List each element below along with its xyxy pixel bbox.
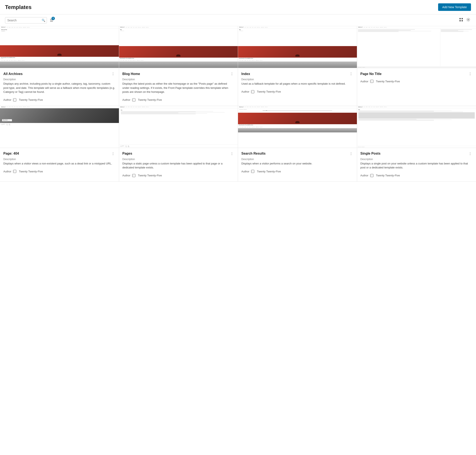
template-info-search-results: Search Results⋮DescriptionDisplays when … xyxy=(238,148,357,173)
author-row-page-no-title: Author Twenty Twenty-Five xyxy=(360,78,473,83)
template-card-single-posts: WordPress 6.7AboutCareersContactHomePric… xyxy=(357,106,476,182)
template-preview-single-posts[interactable]: WordPress 6.7AboutCareersContactHomePric… xyxy=(357,106,476,148)
template-preview-all-archives[interactable]: WordPress 6.7AboutCareersContactHomePric… xyxy=(0,26,119,68)
template-info-single-posts: Single Posts⋮DescriptionDisplays a singl… xyxy=(357,148,476,177)
theme-icon-index xyxy=(251,90,255,93)
description-label-all-archives: Description xyxy=(3,78,116,81)
template-name-row-blog-home: Blog Home⋮ xyxy=(122,72,235,76)
theme-icon-all-archives xyxy=(13,98,17,102)
template-more-button-single-posts[interactable]: ⋮ xyxy=(468,151,473,156)
template-card-page-404: WordPress 6.7AboutCareersContactHomePric… xyxy=(0,106,119,182)
template-card-blog-home: WordPress 6.7AboutCareersContactHomePric… xyxy=(119,26,238,106)
template-name-row-page-no-title: Page No Title⋮ xyxy=(360,72,473,76)
page-title: Templates xyxy=(5,4,32,10)
description-label-single-posts: Description xyxy=(360,158,473,161)
toolbar-left: 🔍 ☰ 1 xyxy=(5,17,55,24)
svg-rect-6 xyxy=(13,98,14,101)
filter-badge: 1 xyxy=(51,17,55,20)
template-more-button-blog-home[interactable]: ⋮ xyxy=(230,72,234,76)
template-preview-page-404[interactable]: WordPress 6.7AboutCareersContactHomePric… xyxy=(0,106,119,148)
description-text-blog-home: Displays the latest posts as either the … xyxy=(122,82,235,94)
author-label-page-no-title: Author xyxy=(360,80,368,83)
template-more-button-search-results[interactable]: ⋮ xyxy=(349,151,354,156)
description-label-pages: Description xyxy=(122,158,235,161)
author-label-all-archives: Author xyxy=(3,98,11,101)
template-name-label-single-posts: Single Posts xyxy=(360,152,381,155)
template-card-page-no-title: WordPress 6.7AboutCareersContactHomePric… xyxy=(357,26,476,106)
theme-name-index: Twenty Twenty-Five xyxy=(257,90,281,93)
description-text-search-results: Displays when a visitor performs a searc… xyxy=(241,162,354,166)
description-label-index: Description xyxy=(241,78,354,81)
author-label-search-results: Author xyxy=(241,170,249,173)
svg-point-4 xyxy=(468,19,469,20)
description-text-index: Used as a fallback template for all page… xyxy=(241,82,354,86)
template-name-label-blog-home: Blog Home xyxy=(122,72,140,76)
svg-rect-3 xyxy=(461,20,463,21)
description-label-page-404: Description xyxy=(3,158,116,161)
template-preview-blog-home[interactable]: WordPress 6.7AboutCareersContactHomePric… xyxy=(119,26,238,68)
svg-rect-1 xyxy=(461,18,463,19)
description-label-search-results: Description xyxy=(241,158,354,161)
theme-name-page-no-title: Twenty Twenty-Five xyxy=(376,80,400,83)
template-name-label-page-no-title: Page No Title xyxy=(360,72,381,76)
template-preview-page-no-title[interactable]: WordPress 6.7AboutCareersContactHomePric… xyxy=(357,26,476,68)
author-label-index: Author xyxy=(241,90,249,93)
template-card-search-results: WordPress 6.7AboutCareersContactHomePric… xyxy=(238,106,357,182)
template-info-index: Index⋮DescriptionUsed as a fallback temp… xyxy=(238,68,357,93)
description-text-pages: Displays a static page unless a custom t… xyxy=(122,162,235,170)
author-row-page-404: Author Twenty Twenty-Five xyxy=(3,168,116,173)
grid-view-button[interactable] xyxy=(458,17,464,24)
description-text-page-404: Displays when a visitor views a non-exis… xyxy=(3,162,116,166)
author-row-index: Author Twenty Twenty-Five xyxy=(241,88,354,93)
settings-button[interactable] xyxy=(466,17,471,24)
template-card-index: WordPress 6.7AboutCareersContactHomePric… xyxy=(238,26,357,106)
template-more-button-page-404[interactable]: ⋮ xyxy=(111,151,116,156)
description-text-single-posts: Displays a single post on your website u… xyxy=(360,162,473,170)
description-label-blog-home: Description xyxy=(122,78,235,81)
template-more-button-all-archives[interactable]: ⋮ xyxy=(111,72,116,76)
template-name-label-search-results: Search Results xyxy=(241,152,266,155)
template-name-row-all-archives: All Archives⋮ xyxy=(3,72,116,76)
templates-grid: WordPress 6.7AboutCareersContactHomePric… xyxy=(0,26,476,182)
svg-rect-20 xyxy=(370,174,371,177)
svg-rect-2 xyxy=(460,20,461,21)
filter-button[interactable]: ☰ 1 xyxy=(48,17,55,24)
template-info-page-404: Page: 404⋮DescriptionDisplays when a vis… xyxy=(0,148,119,173)
template-name-row-index: Index⋮ xyxy=(241,72,354,76)
search-icon-button[interactable]: 🔍 xyxy=(42,19,45,22)
template-info-page-no-title: Page No Title⋮Author Twenty Twenty-Five xyxy=(357,68,476,83)
template-more-button-index[interactable]: ⋮ xyxy=(349,72,354,76)
theme-name-search-results: Twenty Twenty-Five xyxy=(257,170,281,173)
theme-name-page-404: Twenty Twenty-Five xyxy=(19,170,43,173)
author-row-search-results: Author Twenty Twenty-Five xyxy=(241,168,354,173)
svg-rect-14 xyxy=(13,170,14,173)
add-new-template-button[interactable]: Add New Template xyxy=(438,3,471,11)
author-row-pages: Author Twenty Twenty-Five xyxy=(122,172,235,177)
page-header: Templates Add New Template xyxy=(0,0,476,15)
template-preview-search-results[interactable]: WordPress 6.7AboutCareersContactHomePric… xyxy=(238,106,357,148)
theme-icon-blog-home xyxy=(132,98,136,102)
search-wrapper: 🔍 xyxy=(5,17,47,24)
template-name-row-page-404: Page: 404⋮ xyxy=(3,151,116,156)
svg-rect-0 xyxy=(460,18,461,19)
theme-icon-pages xyxy=(132,174,136,177)
author-label-single-posts: Author xyxy=(360,174,368,177)
template-more-button-page-no-title[interactable]: ⋮ xyxy=(468,72,473,76)
template-more-button-pages[interactable]: ⋮ xyxy=(230,151,234,156)
search-input[interactable] xyxy=(5,17,47,24)
template-info-pages: Pages⋮DescriptionDisplays a static page … xyxy=(119,148,238,177)
theme-name-blog-home: Twenty Twenty-Five xyxy=(138,98,162,101)
template-name-row-pages: Pages⋮ xyxy=(122,151,235,156)
author-row-all-archives: Author Twenty Twenty-Five xyxy=(3,97,116,102)
svg-rect-8 xyxy=(132,98,133,101)
theme-name-pages: Twenty Twenty-Five xyxy=(138,174,162,177)
toolbar-right xyxy=(458,17,471,24)
template-preview-index[interactable]: WordPress 6.7AboutCareersContactHomePric… xyxy=(238,26,357,68)
template-name-row-single-posts: Single Posts⋮ xyxy=(360,151,473,156)
theme-icon-page-no-title xyxy=(370,80,374,83)
template-preview-pages[interactable]: WordPress 6.7AboutCareersContactHomePric… xyxy=(119,106,238,148)
svg-rect-12 xyxy=(370,80,371,83)
template-name-label-page-404: Page: 404 xyxy=(3,152,19,155)
theme-icon-single-posts xyxy=(370,174,374,177)
author-row-blog-home: Author Twenty Twenty-Five xyxy=(122,97,235,102)
